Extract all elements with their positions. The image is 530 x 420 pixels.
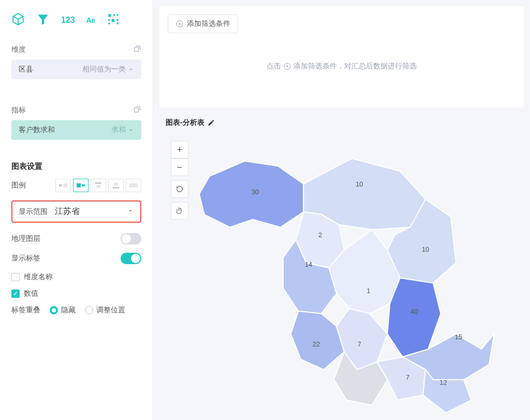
metric-chip-right: 求和 xyxy=(111,125,126,135)
map-area[interactable]: + − xyxy=(166,131,518,415)
dimension-chip-label: 区县 xyxy=(19,65,33,74)
svg-rect-14 xyxy=(114,183,118,186)
metric-header-label: 指标 xyxy=(11,106,26,115)
region-label: 14 xyxy=(305,260,312,268)
geo-layer-toggle[interactable] xyxy=(121,233,141,244)
filter-hint: 点击 添加筛选条件，对汇总后数据进行筛选 xyxy=(168,33,516,99)
svg-rect-3 xyxy=(108,19,110,21)
overlap-adjust-radio[interactable] xyxy=(85,306,93,314)
region-label: 12 xyxy=(439,379,447,386)
sidebar: 123 AB 维度 区县 相同值为一类 指标 客户数求和 xyxy=(0,0,153,420)
svg-rect-15 xyxy=(113,187,119,189)
main-area: 添加筛选条件 点击 添加筛选条件，对汇总后数据进行筛选 图表-分析表 + − xyxy=(153,0,530,420)
overlap-adjust-option[interactable]: 调整位置 xyxy=(85,306,125,315)
region-label: 15 xyxy=(455,333,462,341)
legend-pos-3[interactable] xyxy=(91,179,106,192)
label-overlap-row: 标签重叠 隐藏 调整位置 xyxy=(11,306,141,315)
filter-bar: 添加筛选条件 点击 添加筛选条件，对汇总后数据进行筛选 xyxy=(159,6,524,108)
svg-rect-0 xyxy=(108,14,111,17)
region-label: 40 xyxy=(410,308,418,315)
svg-rect-9 xyxy=(63,183,67,187)
svg-rect-8 xyxy=(59,184,62,186)
data-type-icons: 123 AB xyxy=(0,0,153,37)
region-label: 2 xyxy=(318,231,322,239)
pan-button[interactable] xyxy=(171,202,188,220)
svg-rect-13 xyxy=(96,185,100,188)
dimension-chip[interactable]: 区县 相同值为一类 xyxy=(11,60,141,79)
value-label: 数值 xyxy=(24,289,38,298)
add-filter-button[interactable]: 添加筛选条件 xyxy=(168,15,238,33)
cube-icon[interactable] xyxy=(11,12,25,28)
filter-hint-mid: 添加筛选条件，对汇总后数据进行筛选 xyxy=(293,62,417,71)
legend-pos-4[interactable] xyxy=(108,179,124,192)
overlap-hide-text: 隐藏 xyxy=(61,306,76,315)
number-icon[interactable]: 123 xyxy=(61,16,75,25)
chevron-down-icon xyxy=(128,127,134,133)
svg-rect-2 xyxy=(117,14,119,16)
text-ab-icon[interactable]: AB xyxy=(86,16,95,24)
filter-hint-prefix: 点击 xyxy=(267,62,281,71)
scope-select-value[interactable]: 江苏省 xyxy=(55,206,120,217)
scope-row[interactable]: 显示范围 江苏省 xyxy=(11,200,141,223)
legend-options xyxy=(55,179,141,192)
metric-header-icon[interactable] xyxy=(133,105,141,115)
svg-rect-12 xyxy=(95,182,101,184)
chart-panel: 图表-分析表 + − xyxy=(159,114,524,420)
qr-icon[interactable] xyxy=(107,12,120,28)
geo-layer-label: 地理图层 xyxy=(11,234,40,243)
scope-label: 显示范围 xyxy=(19,207,48,216)
show-label-row: 显示标签 xyxy=(11,253,141,264)
svg-rect-11 xyxy=(82,184,85,186)
svg-rect-1 xyxy=(113,14,115,16)
funnel-icon[interactable] xyxy=(36,12,50,28)
metric-chip-label: 客户数求和 xyxy=(19,125,55,135)
geo-layer-row: 地理图层 xyxy=(11,233,141,244)
region-label: 7 xyxy=(406,373,409,381)
overlap-adjust-text: 调整位置 xyxy=(96,306,125,315)
overlap-hide-radio[interactable] xyxy=(50,306,58,314)
legend-row: 图例 xyxy=(11,179,141,192)
region-label: 7 xyxy=(358,340,361,348)
chart-title: 图表-分析表 xyxy=(166,118,204,127)
map-controls: + − xyxy=(171,141,188,220)
svg-rect-4 xyxy=(112,19,114,22)
edit-icon[interactable] xyxy=(208,119,215,126)
region-label: 22 xyxy=(313,340,320,348)
plus-circle-icon xyxy=(175,20,184,28)
dimension-header-icon[interactable] xyxy=(133,45,141,54)
add-filter-button-label: 添加筛选条件 xyxy=(187,19,230,28)
dimension-chip-right: 相同值为一类 xyxy=(82,65,126,74)
value-checkbox[interactable]: ✓ xyxy=(11,289,20,298)
svg-rect-6 xyxy=(108,23,110,24)
region-label: 30 xyxy=(252,188,259,196)
plus-circle-icon xyxy=(283,62,291,70)
region-label: 10 xyxy=(356,180,363,188)
svg-rect-5 xyxy=(117,19,119,21)
show-label-toggle[interactable] xyxy=(121,253,141,264)
metric-chip[interactable]: 客户数求和 求和 xyxy=(11,120,141,140)
legend-pos-1[interactable] xyxy=(55,179,71,192)
zoom-out-button[interactable]: − xyxy=(171,158,188,176)
legend-label: 图例 xyxy=(11,181,26,190)
svg-rect-7 xyxy=(117,23,119,24)
dimension-name-checkbox[interactable] xyxy=(11,273,20,281)
chart-settings-title: 图表设置 xyxy=(11,162,141,171)
label-overlap-label: 标签重叠 xyxy=(11,306,40,315)
metric-header: 指标 xyxy=(11,105,141,115)
chart-title-row: 图表-分析表 xyxy=(166,118,518,127)
region-label: 1 xyxy=(367,287,371,295)
region-label: 10 xyxy=(422,245,429,253)
legend-pos-2[interactable] xyxy=(73,179,89,192)
show-label-label: 显示标签 xyxy=(11,254,40,263)
map-svg[interactable]: 30 10 2 14 10 1 40 22 7 15 7 12 xyxy=(166,131,518,415)
svg-rect-10 xyxy=(77,183,81,187)
value-checkbox-row[interactable]: ✓ 数值 xyxy=(11,289,141,298)
chevron-down-icon xyxy=(127,207,134,216)
dimension-name-checkbox-row[interactable]: 维度名称 xyxy=(11,272,141,282)
legend-pos-5[interactable] xyxy=(126,179,141,192)
zoom-in-button[interactable]: + xyxy=(171,141,188,158)
overlap-hide-option[interactable]: 隐藏 xyxy=(50,306,76,315)
svg-rect-16 xyxy=(129,183,138,187)
dimension-name-label: 维度名称 xyxy=(24,272,53,282)
reset-button[interactable] xyxy=(171,180,188,198)
